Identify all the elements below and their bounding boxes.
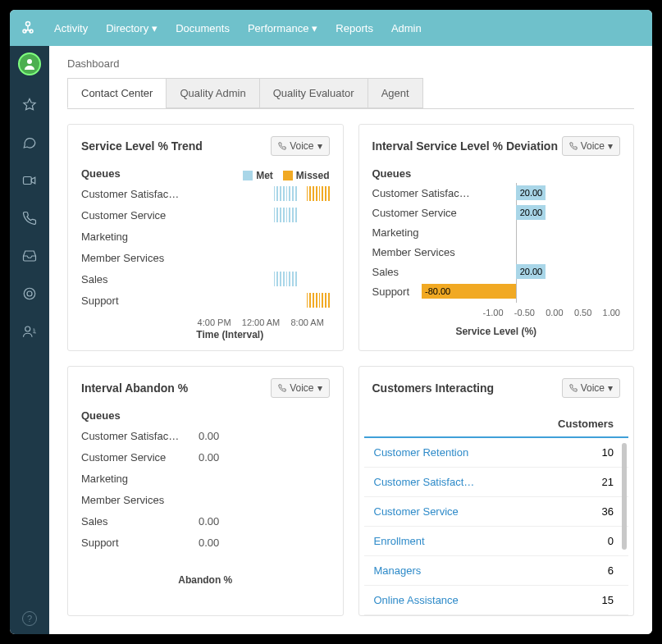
- chevron-down-icon: ▾: [317, 140, 322, 152]
- bar-met: [274, 208, 297, 222]
- queue-link[interactable]: Customer Retention: [374, 446, 469, 459]
- voice-label: Voice: [581, 382, 605, 394]
- deviation-chart: -1.00 -0.50 0.00 0.50 1.00 Customer Sati…: [372, 183, 621, 322]
- table-row: Managers6: [364, 556, 629, 586]
- abandon-value: 0.00: [199, 515, 219, 528]
- queue-label: Support: [81, 537, 192, 549]
- tick: -1.00: [483, 308, 504, 317]
- x-axis-ticks: 4:00 PM 12:00 AM 8:00 AM: [192, 317, 330, 327]
- x-axis-label: Time (Interval): [130, 329, 330, 340]
- customer-count: 15: [602, 594, 614, 606]
- tick: -0.50: [514, 308, 535, 317]
- target-icon[interactable]: [21, 285, 38, 302]
- nav-directory[interactable]: Directory▾: [106, 22, 158, 34]
- tick: 12:00 AM: [242, 317, 280, 327]
- svg-point-0: [26, 22, 30, 26]
- queue-link[interactable]: Enrollment: [374, 535, 425, 547]
- chevron-down-icon: ▾: [608, 140, 613, 152]
- phone-icon[interactable]: [21, 210, 38, 226]
- svg-point-6: [27, 291, 32, 296]
- nav-reports[interactable]: Reports: [336, 22, 373, 34]
- chevron-down-icon: ▾: [317, 382, 322, 394]
- tick: 0.50: [574, 308, 591, 317]
- tick: 0.00: [546, 308, 563, 317]
- queue-row: Member Services: [81, 489, 330, 510]
- card-service-level-trend: Service Level % Trend Voice▾ Queues Met …: [67, 124, 344, 351]
- queues-heading: Queues: [81, 167, 121, 180]
- inbox-icon[interactable]: [21, 248, 38, 264]
- tab-quality-admin[interactable]: Quality Admin: [166, 78, 259, 108]
- voice-filter-button[interactable]: Voice▾: [271, 136, 329, 156]
- queue-link[interactable]: Customer Satisfact…: [374, 476, 475, 488]
- breadcrumb: Dashboard: [49, 46, 652, 78]
- user-avatar[interactable]: [18, 53, 41, 75]
- nav-admin[interactable]: Admin: [391, 22, 422, 34]
- voice-filter-button[interactable]: Voice▾: [271, 378, 329, 398]
- chevron-down-icon: ▾: [152, 22, 158, 34]
- queue-label: Customer Service: [372, 207, 483, 219]
- queue-row: Member Services: [372, 242, 621, 262]
- queue-label: Marketing: [81, 231, 192, 243]
- customer-count: 36: [602, 505, 614, 518]
- table-header: Customers: [364, 409, 629, 438]
- phone-icon: [278, 142, 286, 150]
- table-row: Customer Service36: [364, 497, 629, 527]
- card-title: Interval Abandon %: [81, 381, 188, 395]
- queue-row: Marketing: [81, 468, 330, 489]
- deviation-bar: 20.00: [516, 205, 546, 220]
- chat-icon[interactable]: [21, 135, 38, 151]
- tick: 1.00: [603, 308, 620, 317]
- queue-label: Customer Service: [81, 451, 192, 464]
- queue-label: Member Services: [81, 252, 192, 264]
- voice-filter-button[interactable]: Voice▾: [562, 136, 620, 156]
- queue-row: Sales: [372, 262, 621, 281]
- help-icon[interactable]: ?: [22, 611, 37, 626]
- queue-label: Customer Service: [81, 209, 192, 222]
- queue-row: Sales: [81, 268, 330, 290]
- card-title: Interval Service Level % Deviation: [372, 139, 558, 153]
- nav-label: Admin: [391, 22, 422, 34]
- queue-label: Customer Satisfac…: [81, 430, 192, 442]
- bar-missed: [307, 186, 330, 201]
- nav-label: Reports: [336, 22, 373, 34]
- brand-logo-icon: [20, 20, 36, 36]
- left-rail: ?: [10, 46, 49, 634]
- tab-quality-evaluator[interactable]: Quality Evaluator: [259, 78, 368, 108]
- queue-label: Customer Satisfac…: [81, 188, 192, 200]
- queue-link[interactable]: Customer Service: [374, 505, 459, 518]
- nav-activity[interactable]: Activity: [54, 22, 88, 34]
- customer-count: 0: [608, 535, 614, 547]
- nav-documents[interactable]: Documents: [176, 22, 230, 34]
- deviation-bar: 20.00: [516, 185, 546, 200]
- tab-agent[interactable]: Agent: [368, 78, 423, 108]
- queue-row: Customer Service0.00: [81, 446, 330, 468]
- queues-heading: Queues: [372, 167, 621, 180]
- nav-label: Directory: [106, 22, 148, 34]
- cobrowse-icon[interactable]: [21, 323, 38, 340]
- tab-contact-center[interactable]: Contact Center: [67, 78, 167, 108]
- svg-point-3: [27, 59, 32, 64]
- customers-table: Customer Retention10Customer Satisfact…2…: [364, 438, 629, 615]
- queue-link[interactable]: Managers: [374, 564, 422, 577]
- voice-filter-button[interactable]: Voice▾: [562, 378, 620, 398]
- card-interval-abandon: Interval Abandon % Voice▾ Queues Custome…: [67, 366, 344, 616]
- scrollbar[interactable]: [622, 443, 627, 550]
- nav-performance[interactable]: Performance▾: [248, 22, 317, 34]
- star-icon[interactable]: [21, 97, 38, 113]
- tick: 8:00 AM: [291, 317, 324, 327]
- bar-met: [274, 272, 297, 286]
- queue-label: Member Services: [81, 494, 192, 506]
- svg-point-7: [25, 327, 30, 331]
- bar-missed: [307, 293, 330, 308]
- tab-bar: Contact Center Quality Admin Quality Eva…: [49, 78, 652, 108]
- video-icon[interactable]: [21, 172, 38, 189]
- abandon-rows: Customer Satisfac…0.00Customer Service0.…: [81, 425, 330, 553]
- queue-row: Support: [81, 290, 330, 311]
- table-row: Customer Satisfact…21: [364, 468, 629, 497]
- column-customers: Customers: [558, 418, 614, 430]
- table-row: Enrollment0: [364, 527, 629, 556]
- card-customers-interacting: Customers Interacting Voice▾ Customers C…: [358, 366, 635, 616]
- tick: 4:00 PM: [198, 317, 231, 327]
- queue-link[interactable]: Online Assistance: [374, 594, 459, 606]
- phone-icon: [569, 384, 578, 392]
